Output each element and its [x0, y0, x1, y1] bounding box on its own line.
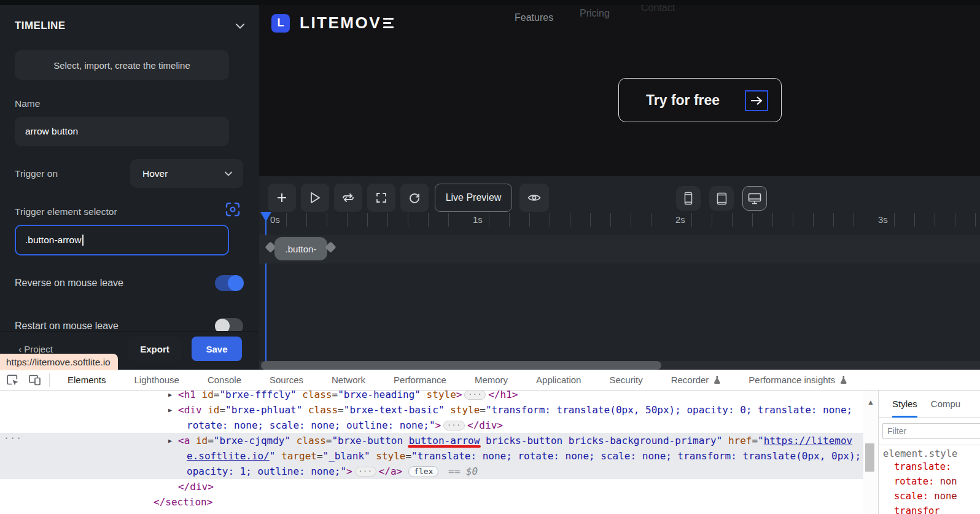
code-token-str: "brxe-heading" [338, 391, 421, 400]
devtools-tab-elements[interactable]: Elements [53, 370, 120, 391]
devtools-tab-application[interactable]: Application [522, 370, 595, 391]
inspect-element-icon[interactable] [4, 372, 22, 388]
ruler-tick [489, 213, 489, 227]
code-token-red: button-arrow [409, 435, 480, 446]
selector-label: Trigger element selector [15, 206, 117, 217]
dom-tree-line[interactable]: </div> [0, 479, 863, 494]
export-button[interactable]: Export [128, 337, 182, 361]
toolbar-separator [49, 373, 50, 387]
code-token-tag: </section> [154, 496, 212, 508]
dom-tree-line[interactable]: ···▶<a id="brxe-cjqmdy" class="brxe-butt… [0, 433, 863, 448]
loop-button[interactable] [334, 184, 362, 212]
trigger-on-select[interactable]: Hover [130, 159, 243, 188]
fullscreen-button[interactable] [367, 184, 395, 212]
devtools-tab-lighthouse[interactable]: Lighthouse [120, 370, 193, 391]
ruler-tick [651, 213, 651, 227]
site-logo[interactable]: L LITEMOV [271, 14, 394, 33]
timeline-sidebar: TIMELINE Select, import, create the time… [0, 0, 259, 370]
scroll-up-icon[interactable]: ▲ [867, 398, 874, 407]
dom-tree-line[interactable]: rotate: none; scale: none; outline: none… [0, 418, 863, 433]
elements-scrollbar[interactable]: ▲ [863, 391, 878, 514]
style-property[interactable]: translate: [883, 459, 980, 474]
devtools-tab-network[interactable]: Network [317, 370, 379, 391]
ruler-tick [428, 213, 429, 227]
fullscreen-icon [376, 192, 387, 203]
pick-element-target-icon[interactable] [224, 200, 242, 219]
code-token-str: " [270, 450, 276, 462]
timeline-hscroll-thumb[interactable] [261, 361, 661, 370]
device-desktop-button[interactable] [742, 186, 767, 211]
selector-input[interactable]: .button-arrow [15, 225, 229, 255]
try-for-free-button[interactable]: Try for free [618, 78, 782, 122]
code-token-link[interactable]: https://litemov [764, 435, 853, 446]
code-token-plain: = [219, 404, 225, 416]
ruler-tick [286, 213, 287, 227]
timeline-clip[interactable]: .button- [274, 237, 327, 260]
style-rule-selector[interactable]: element.style [883, 448, 980, 459]
live-preview-button[interactable]: Live Preview [435, 184, 512, 212]
devtools-tab-performance-insights[interactable]: Performance insights [734, 370, 861, 391]
expand-ellipsis-icon[interactable]: ··· [464, 391, 486, 400]
disclosure-triangle-icon[interactable]: ▶ [168, 433, 172, 448]
devtools-tab-performance[interactable]: Performance [379, 370, 461, 391]
flex-badge[interactable]: flex [408, 466, 438, 477]
refresh-button[interactable] [400, 184, 429, 212]
device-phone-button[interactable] [676, 186, 701, 211]
ruler-second-label: 2s [675, 214, 685, 225]
toggle-device-toolbar-icon[interactable] [26, 372, 44, 388]
back-to-project-link[interactable]: ‹ Project [18, 344, 53, 354]
expand-ellipsis-icon[interactable]: ··· [355, 467, 376, 477]
dom-tree-line[interactable]: ▶<h1 id="brxe-fffcly" class="brxe-headin… [0, 391, 863, 402]
ruler-tick [712, 213, 712, 227]
expand-ellipsis-icon[interactable]: ··· [443, 421, 465, 430]
text-caret [82, 235, 84, 246]
chevron-down-icon [225, 171, 232, 176]
devtools-tab-sources[interactable]: Sources [255, 370, 317, 391]
timeline-hscroll-track[interactable] [259, 361, 980, 370]
styles-filter-input[interactable]: Filter [882, 423, 980, 439]
chevron-down-icon[interactable] [236, 23, 244, 29]
dom-tree-line[interactable]: e.softlite.io/" target="_blank" style="t… [0, 448, 863, 464]
dom-tree-line[interactable]: ▶<div id="brxe-phluat" class="brxe-text-… [0, 402, 863, 418]
style-property[interactable]: transfor [883, 504, 980, 514]
code-token-link[interactable]: e.softlite.io/ [187, 450, 270, 462]
disclosure-triangle-icon[interactable]: ▶ [168, 391, 172, 402]
reverse-on-mouse-leave-toggle[interactable] [215, 275, 243, 291]
code-token-str: "brxe-phluat" [225, 404, 302, 416]
device-tablet-button[interactable] [709, 186, 734, 211]
dom-tree-line[interactable]: opacity: 1; outline: none;">···</a>flex … [0, 464, 863, 479]
code-token-attr: class [290, 435, 326, 446]
devtools-tab-console[interactable]: Console [193, 370, 255, 391]
play-button[interactable] [301, 184, 329, 212]
scrollbar-thumb[interactable] [865, 443, 874, 472]
screenshot-root: TIMELINE Select, import, create the time… [0, 0, 980, 514]
ruler-tick [975, 213, 976, 227]
add-keyframe-button[interactable] [268, 184, 296, 212]
timeline-editor: Live Preview 0s1s2s3 [259, 176, 980, 370]
visibility-button[interactable] [519, 184, 549, 212]
disclosure-triangle-icon[interactable]: ▶ [168, 402, 172, 418]
styles-tab-styles[interactable]: Styles [892, 391, 917, 418]
nav-item-pricing[interactable]: Pricing [580, 8, 610, 19]
save-button[interactable]: Save [192, 337, 242, 361]
devtools-tab-recorder[interactable]: Recorder [657, 370, 735, 391]
name-input[interactable]: arrow button [15, 117, 229, 146]
nav-item-features[interactable]: Features [515, 12, 553, 23]
refresh-icon [408, 192, 421, 204]
styles-tab-compu[interactable]: Compu [931, 391, 960, 418]
ruler-second-label: 1s [473, 214, 483, 225]
elements-tree: ▶<h1 id="brxe-fffcly" class="brxe-headin… [0, 391, 863, 510]
style-property[interactable]: rotate: non [883, 474, 980, 489]
devtools-tab-memory[interactable]: Memory [461, 370, 522, 391]
select-timeline-button[interactable]: Select, import, create the timeline [15, 50, 229, 80]
code-token-str: "brxe-cjqmdy" [214, 435, 290, 446]
timeline-track: .button- [259, 235, 980, 263]
code-token-attr: style [370, 450, 406, 462]
timeline-ruler[interactable]: 0s1s2s3s [259, 212, 980, 230]
ruler-tick [631, 213, 631, 227]
elements-panel: ▶<h1 id="brxe-fffcly" class="brxe-headin… [0, 391, 863, 514]
dom-tree-line[interactable]: </section> [0, 494, 863, 510]
style-property[interactable]: scale: none [883, 489, 980, 504]
devtools-tab-security[interactable]: Security [595, 370, 656, 391]
code-token-plain: = [214, 391, 220, 400]
